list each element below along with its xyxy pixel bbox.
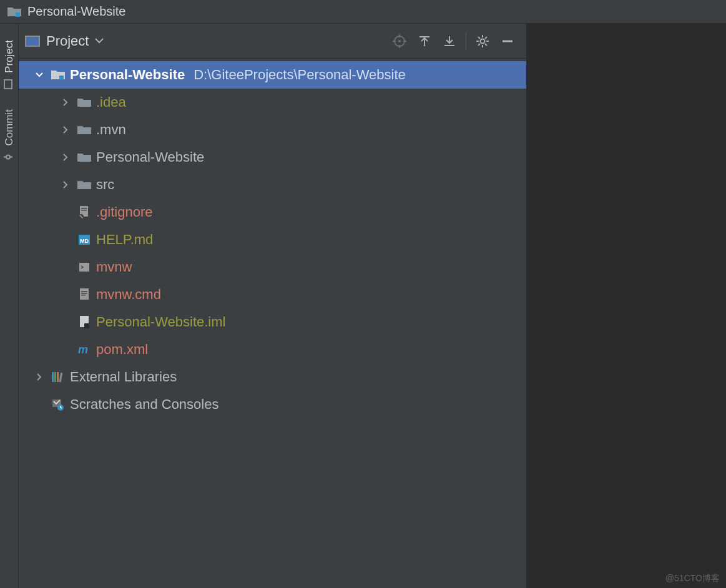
project-view-selector[interactable]: Project (25, 33, 104, 49)
svg-line-23 (478, 44, 480, 46)
svg-rect-36 (81, 291, 87, 292)
chevron-down-icon (95, 38, 104, 44)
locate-file-button[interactable] (387, 29, 412, 54)
folder-icon (76, 124, 92, 135)
titlebar-project-name: Personal-Website (27, 4, 125, 19)
svg-rect-37 (81, 293, 87, 294)
svg-rect-43 (54, 372, 56, 382)
sidebar-tab-project[interactable]: Project (3, 40, 16, 91)
svg-text:m: m (78, 343, 88, 356)
project-panel-title: Project (46, 33, 89, 49)
file-txt-icon (76, 288, 92, 301)
left-toolwindow-strip: Project Commit (0, 24, 19, 588)
svg-line-22 (485, 44, 487, 46)
settings-button[interactable] (470, 29, 495, 54)
tree-row[interactable]: mvnw (19, 253, 526, 281)
svg-rect-44 (57, 372, 59, 382)
svg-rect-34 (79, 263, 89, 272)
tree-item-label: src (96, 177, 114, 193)
project-tab-icon (3, 79, 16, 89)
chevron-right-icon (59, 153, 72, 162)
watermark-text: @51CTO博客 (665, 573, 720, 584)
svg-point-3 (6, 155, 10, 159)
separator (466, 32, 466, 50)
tree-item-label: External Libraries (70, 369, 177, 385)
chevron-right-icon (59, 98, 72, 107)
tree-item-label: .idea (96, 94, 126, 110)
tree-item-label: Personal-Website (70, 67, 185, 83)
file-sh-icon (76, 261, 92, 273)
svg-rect-26 (59, 76, 64, 80)
tree-root-row[interactable]: Personal-Website D:\GiteeProjects\Person… (19, 61, 526, 89)
tree-row[interactable]: .mvn (19, 116, 526, 144)
sidebar-tab-label: Commit (3, 109, 16, 146)
tree-external-libraries[interactable]: External Libraries (19, 363, 526, 391)
svg-point-7 (398, 40, 401, 42)
tree-row[interactable]: .idea (19, 89, 526, 116)
tree-item-label: Scratches and Consoles (70, 396, 218, 413)
tree-item-label: Personal-Website.iml (96, 314, 225, 330)
tree-item-label: .mvn (96, 122, 126, 138)
svg-point-16 (481, 39, 485, 43)
svg-rect-29 (81, 210, 87, 211)
svg-rect-0 (16, 12, 20, 17)
tree-item-label: Personal-Website (96, 149, 204, 165)
editor-area (527, 24, 726, 588)
tree-row[interactable]: MDHELP.md (19, 226, 526, 253)
scratches-icon (50, 398, 66, 411)
project-tree[interactable]: Personal-Website D:\GiteeProjects\Person… (19, 59, 526, 588)
tree-item-label: HELP.md (96, 232, 153, 248)
folder-icon (76, 97, 92, 108)
file-git-icon (76, 205, 92, 219)
commit-tab-icon (3, 152, 16, 161)
tree-row[interactable]: .gitignore (19, 198, 526, 226)
file-md-icon: MD (76, 233, 92, 246)
tree-row[interactable]: src (19, 171, 526, 198)
project-view-icon (25, 36, 40, 47)
tree-item-path: D:\GiteeProjects\Personal-Website (194, 67, 406, 83)
module-folder-icon (50, 69, 66, 81)
file-maven-icon: m (76, 343, 92, 356)
project-panel-header: Project (19, 24, 526, 59)
sidebar-tab-label: Project (3, 40, 16, 73)
chevron-right-icon (59, 180, 72, 189)
titlebar: Personal-Website (0, 0, 726, 24)
tree-item-label: .gitignore (96, 204, 153, 220)
svg-text:MD: MD (80, 238, 89, 244)
svg-rect-2 (5, 81, 11, 88)
collapse-all-button[interactable] (437, 29, 462, 54)
svg-rect-38 (81, 295, 86, 296)
file-iml-icon (76, 315, 92, 329)
tree-row[interactable]: Personal-Website.iml (19, 308, 526, 336)
svg-rect-28 (81, 208, 87, 209)
chevron-right-icon (59, 125, 72, 134)
svg-rect-45 (59, 373, 63, 382)
folder-icon (76, 152, 92, 163)
folder-icon (76, 179, 92, 190)
sidebar-tab-commit[interactable]: Commit (3, 109, 16, 164)
tree-row[interactable]: Personal-Website (19, 144, 526, 171)
svg-line-21 (478, 37, 480, 39)
project-folder-icon (7, 6, 21, 17)
chevron-down-icon (32, 71, 46, 79)
libraries-icon (50, 371, 66, 383)
project-tool-window: Project (19, 24, 527, 588)
tree-item-label: pom.xml (96, 341, 148, 358)
tree-scratches[interactable]: Scratches and Consoles (19, 391, 526, 418)
tree-item-label: mvnw.cmd (96, 287, 161, 303)
expand-all-button[interactable] (412, 29, 437, 54)
svg-line-24 (485, 37, 487, 39)
svg-rect-35 (80, 288, 89, 300)
chevron-right-icon (32, 373, 46, 381)
tree-item-label: mvnw (96, 259, 132, 275)
tree-row[interactable]: mpom.xml (19, 336, 526, 363)
hide-button[interactable] (495, 29, 520, 54)
svg-rect-40 (84, 323, 89, 328)
tree-row[interactable]: mvnw.cmd (19, 281, 526, 308)
svg-rect-42 (52, 372, 54, 382)
